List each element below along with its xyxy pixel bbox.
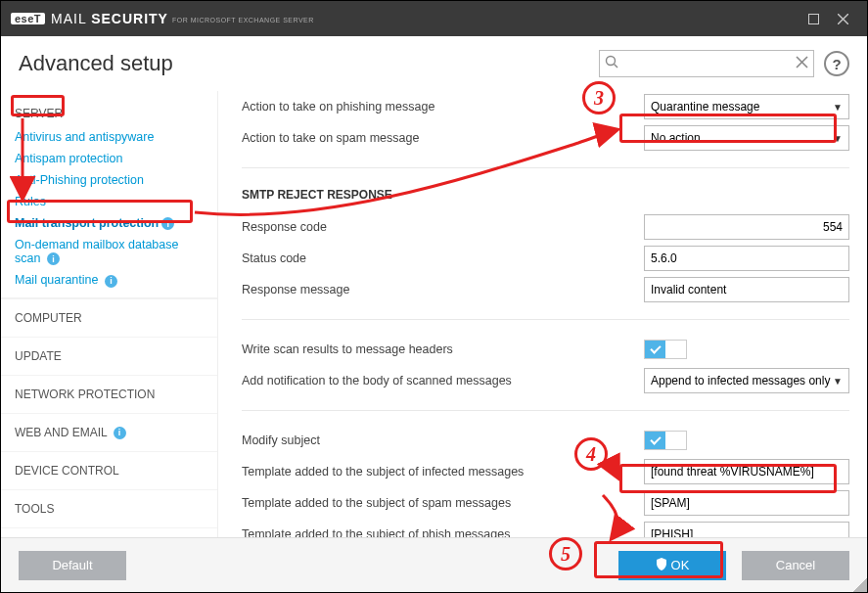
sidebar-item-antispam[interactable]: Antispam protection — [15, 148, 204, 169]
search-wrap — [599, 50, 814, 77]
toggle-write-headers[interactable] — [644, 340, 687, 359]
chevron-down-icon: ▼ — [833, 102, 843, 113]
info-badge-icon: i — [114, 427, 126, 439]
label-phishing-action: Action to take on phishing message — [242, 100, 644, 114]
label-tpl-infected: Template added to the subject of infecte… — [242, 465, 644, 479]
svg-line-4 — [615, 65, 618, 68]
select-spam-action[interactable]: No action▼ — [644, 125, 849, 151]
default-button[interactable]: Default — [19, 551, 126, 580]
logo-text: MAIL SECURITY — [51, 11, 168, 26]
input-status-code[interactable] — [644, 246, 849, 271]
svg-point-3 — [607, 57, 616, 66]
footer: Default OK Cancel — [1, 537, 867, 592]
select-add-notif[interactable]: Append to infected messages only▼ — [644, 368, 849, 393]
sidebar-cat-tools[interactable]: TOOLS — [1, 490, 217, 528]
label-write-headers: Write scan results to message headers — [242, 342, 644, 356]
info-badge-icon: i — [161, 217, 174, 230]
sidebar-item-mail-quarantine[interactable]: Mail quarantine i — [15, 269, 204, 291]
logo-badge: eseT — [11, 13, 45, 24]
sidebar-cat-ui[interactable]: USER INTERFACE — [1, 528, 217, 537]
input-tpl-infected[interactable] — [644, 459, 849, 484]
input-response-code[interactable] — [644, 214, 849, 240]
search-icon — [605, 55, 619, 73]
search-input[interactable] — [599, 50, 814, 77]
sidebar: SERVER Antivirus and antispyware Antispa… — [1, 91, 218, 537]
sidebar-item-antivirus[interactable]: Antivirus and antispyware — [15, 126, 204, 148]
logo-subtext: FOR MICROSOFT EXCHANGE SERVER — [172, 17, 314, 23]
sidebar-cat-webemail[interactable]: WEB AND EMAIL i — [1, 414, 217, 452]
label-modify-subject: Modify subject — [242, 433, 644, 447]
sidebar-cat-update[interactable]: UPDATE — [1, 338, 217, 376]
select-phishing-action[interactable]: Quarantine message▼ — [644, 94, 849, 119]
help-button[interactable]: ? — [824, 51, 849, 76]
titlebar: eseT MAIL SECURITY FOR MICROSOFT EXCHANG… — [1, 1, 867, 36]
sidebar-item-mail-transport[interactable]: Mail transport protectioni — [15, 212, 204, 234]
sidebar-item-antiphishing[interactable]: Anti-Phishing protection — [15, 169, 204, 191]
sidebar-cat-computer[interactable]: COMPUTER — [1, 298, 217, 338]
label-response-code: Response code — [242, 220, 644, 234]
ok-button[interactable]: OK — [618, 551, 726, 580]
sidebar-server-section: SERVER Antivirus and antispyware Antispa… — [1, 91, 217, 298]
input-tpl-spam[interactable] — [644, 490, 849, 516]
info-badge-icon: i — [47, 252, 60, 265]
toggle-modify-subject[interactable] — [644, 431, 687, 450]
input-tpl-phish[interactable] — [644, 522, 849, 537]
label-add-notif: Add notification to the body of scanned … — [242, 374, 644, 388]
page-corner-shadow — [853, 578, 867, 592]
window-maximize-icon[interactable] — [799, 7, 828, 30]
chevron-down-icon: ▼ — [833, 376, 843, 387]
chevron-down-icon: ▼ — [833, 133, 843, 144]
sidebar-item-rules[interactable]: Rules — [15, 191, 204, 212]
topbar: Advanced setup ? — [1, 36, 867, 91]
cancel-button[interactable]: Cancel — [742, 551, 849, 580]
shield-icon — [656, 558, 667, 573]
label-tpl-spam: Template added to the subject of spam me… — [242, 496, 644, 510]
section-title-smtp: SMTP REJECT RESPONSE — [242, 182, 849, 211]
sidebar-head-server[interactable]: SERVER — [15, 101, 204, 126]
info-badge-icon: i — [105, 275, 117, 288]
label-status-code: Status code — [242, 251, 644, 265]
window-close-icon[interactable] — [828, 7, 857, 30]
sidebar-cat-device[interactable]: DEVICE CONTROL — [1, 452, 217, 490]
input-response-msg[interactable] — [644, 277, 849, 302]
label-tpl-phish: Template added to the subject of phish m… — [242, 527, 644, 537]
sidebar-cat-network[interactable]: NETWORK PROTECTION — [1, 376, 217, 414]
svg-rect-0 — [808, 14, 818, 23]
app-logo: eseT MAIL SECURITY FOR MICROSOFT EXCHANG… — [11, 11, 799, 26]
label-response-msg: Response message — [242, 283, 644, 296]
page-title: Advanced setup — [19, 51, 599, 76]
label-spam-action: Action to take on spam message — [242, 131, 644, 145]
clear-search-icon[interactable] — [796, 55, 808, 72]
sidebar-item-ondemand-scan[interactable]: On-demand mailbox database scan i — [15, 234, 204, 269]
content-panel: Action to take on phishing message Quara… — [218, 91, 867, 537]
